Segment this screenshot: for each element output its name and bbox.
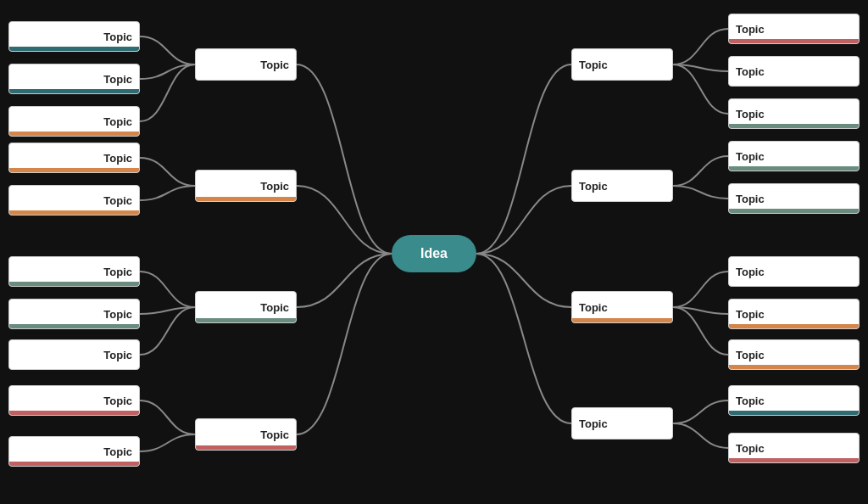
right-leaf-0-1[interactable]: Topic [728, 56, 860, 87]
left-leaf-3-1[interactable]: Topic [8, 436, 140, 467]
left-leaf-0-1[interactable]: Topic [8, 64, 140, 94]
right-mid-node-0[interactable]: Topic [571, 48, 673, 81]
right-leaf-2-2[interactable]: Topic [728, 339, 860, 370]
left-leaf-0-2[interactable]: Topic [8, 106, 140, 137]
right-mid-node-3[interactable]: Topic [571, 407, 673, 440]
right-leaf-2-0[interactable]: Topic [728, 256, 860, 287]
left-leaf-0-0[interactable]: Topic [8, 21, 140, 52]
left-leaf-3-0[interactable]: Topic [8, 385, 140, 416]
left-leaf-1-1[interactable]: Topic [8, 185, 140, 216]
left-mid-node-2[interactable]: Topic [195, 291, 297, 323]
left-leaf-2-2[interactable]: Topic [8, 339, 140, 370]
left-mid-node-1[interactable]: Topic [195, 170, 297, 202]
left-leaf-2-1[interactable]: Topic [8, 299, 140, 329]
center-node[interactable]: Idea [392, 235, 476, 272]
right-leaf-0-0[interactable]: Topic [728, 14, 860, 44]
right-mid-node-1[interactable]: Topic [571, 170, 673, 202]
right-leaf-1-0[interactable]: Topic [728, 141, 860, 171]
right-leaf-3-0[interactable]: Topic [728, 385, 860, 416]
right-leaf-0-2[interactable]: Topic [728, 98, 860, 129]
left-leaf-1-0[interactable]: Topic [8, 143, 140, 173]
right-leaf-1-1[interactable]: Topic [728, 183, 860, 214]
right-mid-node-2[interactable]: Topic [571, 291, 673, 323]
right-leaf-2-1[interactable]: Topic [728, 299, 860, 329]
right-leaf-3-1[interactable]: Topic [728, 433, 860, 463]
mind-map-canvas: IdeaTopicTopicTopicTopicTopicTopicTopicT… [0, 0, 868, 504]
left-leaf-2-0[interactable]: Topic [8, 256, 140, 287]
left-mid-node-0[interactable]: Topic [195, 48, 297, 81]
left-mid-node-3[interactable]: Topic [195, 418, 297, 451]
